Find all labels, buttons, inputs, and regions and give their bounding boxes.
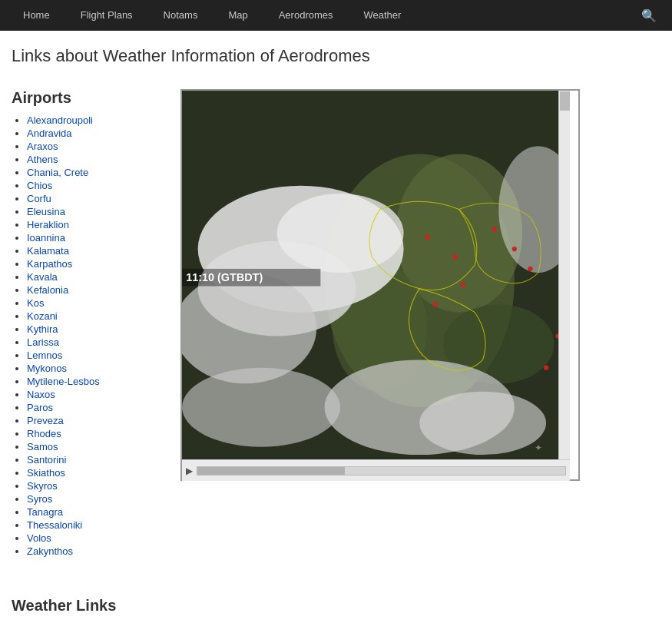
airport-link[interactable]: Corfu bbox=[27, 193, 51, 204]
airport-list-item: Mykonos bbox=[27, 363, 165, 374]
airport-list-item: Araxos bbox=[27, 141, 165, 152]
progress-fill bbox=[197, 467, 345, 475]
airport-link[interactable]: Lemnos bbox=[27, 350, 62, 361]
weather-image-container: ✦ 11:10 (GTBDT) ▶ bbox=[180, 89, 595, 558]
airport-list-item: Mytilene-Lesbos bbox=[27, 376, 165, 387]
airport-link[interactable]: Skiathos bbox=[27, 467, 65, 479]
airport-link[interactable]: Kythira bbox=[27, 323, 58, 335]
svg-text:✦: ✦ bbox=[535, 442, 542, 453]
nav-home[interactable]: Home bbox=[8, 0, 65, 31]
progress-track[interactable] bbox=[197, 466, 566, 476]
airport-link[interactable]: Thessaloniki bbox=[27, 519, 82, 531]
airport-link[interactable]: Naxos bbox=[27, 389, 55, 400]
airport-list-item: Ioannina bbox=[27, 232, 165, 244]
airport-list-item: Kavala bbox=[27, 271, 165, 283]
airport-list-item: Volos bbox=[27, 532, 165, 544]
airport-link[interactable]: Preveza bbox=[27, 415, 64, 426]
airport-link[interactable]: Kos bbox=[27, 297, 44, 309]
svg-point-13 bbox=[425, 235, 429, 240]
airport-list-item: Kos bbox=[27, 297, 165, 309]
scrollbar-thumb bbox=[560, 91, 570, 111]
nav-weather[interactable]: Weather bbox=[349, 0, 417, 31]
airport-link[interactable]: Syros bbox=[27, 493, 52, 505]
airport-list-item: Andravida bbox=[27, 128, 165, 139]
airport-link[interactable]: Santorini bbox=[27, 454, 66, 466]
airport-list-item: Athens bbox=[27, 154, 165, 165]
svg-point-18 bbox=[512, 247, 517, 251]
airport-link[interactable]: Karpathos bbox=[27, 258, 72, 270]
airports-heading: Airports bbox=[12, 89, 165, 107]
airport-list-item: Heraklion bbox=[27, 219, 165, 230]
airport-list-item: Tanagra bbox=[27, 506, 165, 518]
airport-list-item: Eleusina bbox=[27, 206, 165, 217]
airport-link[interactable]: Paros bbox=[27, 402, 53, 413]
airport-link[interactable]: Larissa bbox=[27, 336, 59, 348]
airports-list: AlexandroupoliAndravidaAraxosAthensChani… bbox=[12, 114, 165, 557]
nav-notams[interactable]: Notams bbox=[148, 0, 214, 31]
airport-list-item: Kythira bbox=[27, 323, 165, 335]
airport-link[interactable]: Kalamata bbox=[27, 245, 69, 257]
airport-link[interactable]: Chios bbox=[27, 180, 52, 191]
nav-aerodromes[interactable]: Aerodromes bbox=[263, 0, 349, 31]
svg-point-21 bbox=[544, 366, 548, 370]
svg-point-14 bbox=[452, 254, 457, 259]
page-title: Links about Weather Information of Aerod… bbox=[12, 46, 660, 66]
airport-link[interactable]: Tanagra bbox=[27, 506, 63, 518]
svg-point-7 bbox=[277, 194, 404, 273]
nav-map[interactable]: Map bbox=[213, 0, 263, 31]
navbar: Home Flight Plans Notams Map Aerodromes … bbox=[0, 0, 672, 31]
airport-list-item: Rhodes bbox=[27, 428, 165, 439]
airport-list-item: Kozani bbox=[27, 310, 165, 322]
airport-link[interactable]: Heraklion bbox=[27, 219, 69, 230]
nav-items: Home Flight Plans Notams Map Aerodromes … bbox=[8, 0, 634, 31]
svg-point-15 bbox=[461, 282, 465, 287]
search-icon[interactable]: 🔍 bbox=[634, 8, 664, 23]
airport-list-item: Kefalonia bbox=[27, 284, 165, 296]
weather-links-heading: Weather Links bbox=[12, 597, 660, 615]
airport-list-item: Preveza bbox=[27, 415, 165, 426]
airport-link[interactable]: Araxos bbox=[27, 141, 58, 152]
airport-link[interactable]: Samos bbox=[27, 441, 58, 452]
main-content: Links about Weather Information of Aerod… bbox=[0, 31, 672, 623]
airport-link[interactable]: Alexandroupoli bbox=[27, 114, 93, 126]
airport-list-item: Chania, Crete bbox=[27, 167, 165, 178]
airport-link[interactable]: Kefalonia bbox=[27, 284, 68, 296]
airport-list-item: Karpathos bbox=[27, 258, 165, 270]
airport-link[interactable]: Rhodes bbox=[27, 428, 61, 439]
airport-link[interactable]: Kozani bbox=[27, 310, 58, 322]
svg-point-10 bbox=[419, 392, 546, 455]
playback-bar: ▶ bbox=[182, 459, 570, 481]
airport-link[interactable]: Athens bbox=[27, 154, 58, 165]
airport-link[interactable]: Eleusina bbox=[27, 206, 65, 217]
airport-list-item: Skyros bbox=[27, 480, 165, 492]
airport-list-item: Santorini bbox=[27, 454, 165, 466]
airports-section: Airports AlexandroupoliAndravidaAraxosAt… bbox=[12, 89, 165, 558]
vertical-scrollbar[interactable] bbox=[558, 91, 570, 459]
satellite-svg: ✦ 11:10 (GTBDT) bbox=[182, 91, 570, 459]
play-button[interactable]: ▶ bbox=[186, 466, 193, 476]
airport-link[interactable]: Mytilene-Lesbos bbox=[27, 376, 100, 387]
airport-list-item: Naxos bbox=[27, 389, 165, 400]
svg-point-11 bbox=[182, 368, 340, 447]
svg-point-16 bbox=[433, 302, 438, 307]
airport-link[interactable]: Skyros bbox=[27, 480, 58, 492]
airport-link[interactable]: Ioannina bbox=[27, 232, 65, 244]
airport-list-item: Larissa bbox=[27, 336, 165, 348]
airport-link[interactable]: Zakynthos bbox=[27, 545, 73, 557]
airport-link[interactable]: Mykonos bbox=[27, 363, 67, 374]
airport-list-item: Zakynthos bbox=[27, 545, 165, 557]
airport-list-item: Samos bbox=[27, 441, 165, 452]
satellite-image: ✦ 11:10 (GTBDT) bbox=[182, 91, 570, 459]
airport-link[interactable]: Volos bbox=[27, 532, 51, 544]
satellite-frame: ✦ 11:10 (GTBDT) ▶ bbox=[180, 89, 580, 481]
airport-list-item: Syros bbox=[27, 493, 165, 505]
airport-link[interactable]: Kavala bbox=[27, 271, 58, 283]
airport-list-item: Lemnos bbox=[27, 350, 165, 361]
airport-link[interactable]: Chania, Crete bbox=[27, 167, 88, 178]
weather-links-section: Weather Links http://en.allmetsat.com/me… bbox=[12, 597, 660, 623]
airport-link[interactable]: Andravida bbox=[27, 128, 72, 139]
airport-list-item: Skiathos bbox=[27, 467, 165, 479]
airport-list-item: Chios bbox=[27, 180, 165, 191]
nav-flight-plans[interactable]: Flight Plans bbox=[65, 0, 148, 31]
svg-point-17 bbox=[492, 227, 497, 231]
